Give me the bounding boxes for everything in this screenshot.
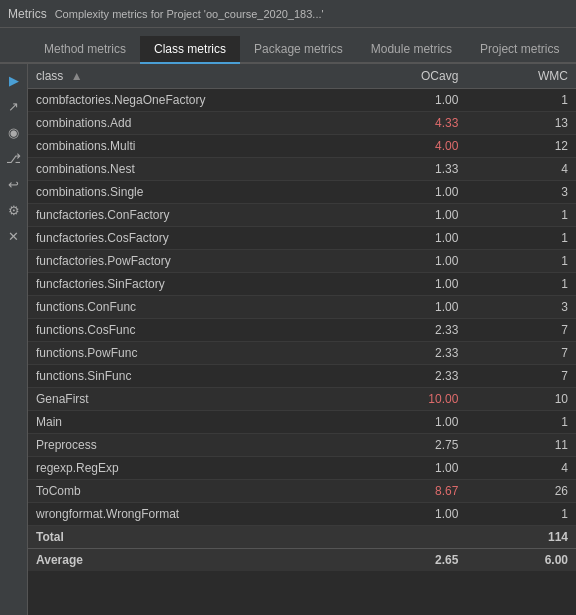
- cell-ocavg: 2.33: [357, 342, 467, 365]
- total-ocavg-cell: [357, 526, 467, 549]
- cell-ocavg: 8.67: [357, 480, 467, 503]
- project-title: Complexity metrics for Project 'oo_cours…: [55, 8, 324, 20]
- cell-class: funcfactories.PowFactory: [28, 250, 357, 273]
- cell-class: funcfactories.ConFactory: [28, 204, 357, 227]
- cell-ocavg: 2.33: [357, 319, 467, 342]
- tab-module[interactable]: Module metrics: [357, 36, 466, 64]
- cell-ocavg: 2.33: [357, 365, 467, 388]
- cell-ocavg: 1.00: [357, 204, 467, 227]
- cell-ocavg: 1.00: [357, 273, 467, 296]
- table-area[interactable]: class ▲ OCavg WMC combfactories.NegaOneF…: [28, 64, 576, 615]
- cell-ocavg: 1.00: [357, 457, 467, 480]
- cell-wmc: 1: [466, 503, 576, 526]
- col-header-wmc[interactable]: WMC: [466, 64, 576, 89]
- col-header-class[interactable]: class ▲: [28, 64, 357, 89]
- cell-wmc: 12: [466, 135, 576, 158]
- cell-class: funcfactories.SinFactory: [28, 273, 357, 296]
- total-wmc: 114: [466, 526, 576, 549]
- cell-ocavg: 2.75: [357, 434, 467, 457]
- table-row: funcfactories.ConFactory1.001: [28, 204, 576, 227]
- cell-ocavg: 10.00: [357, 388, 467, 411]
- cell-class: combinations.Nest: [28, 158, 357, 181]
- cell-wmc: 1: [466, 89, 576, 112]
- cell-ocavg: 4.00: [357, 135, 467, 158]
- table-row: combinations.Nest1.334: [28, 158, 576, 181]
- cell-ocavg: 1.33: [357, 158, 467, 181]
- table-row: funcfactories.SinFactory1.001: [28, 273, 576, 296]
- table-row: regexp.RegExp1.004: [28, 457, 576, 480]
- camera-icon[interactable]: ◉: [4, 122, 24, 142]
- cell-wmc: 13: [466, 112, 576, 135]
- metrics-label: Metrics: [8, 7, 47, 21]
- top-bar: Metrics Complexity metrics for Project '…: [0, 0, 576, 28]
- table-row: functions.CosFunc2.337: [28, 319, 576, 342]
- cell-ocavg: 4.33: [357, 112, 467, 135]
- table-row: Main1.001: [28, 411, 576, 434]
- table-row: combfactories.NegaOneFactory1.001: [28, 89, 576, 112]
- cell-class: combfactories.NegaOneFactory: [28, 89, 357, 112]
- cell-class: functions.CosFunc: [28, 319, 357, 342]
- branch-icon[interactable]: ⎇: [4, 148, 24, 168]
- filter-icon[interactable]: ⚙: [4, 200, 24, 220]
- table-row: combinations.Add4.3313: [28, 112, 576, 135]
- cell-wmc: 4: [466, 457, 576, 480]
- cell-wmc: 3: [466, 296, 576, 319]
- metrics-table: class ▲ OCavg WMC combfactories.NegaOneF…: [28, 64, 576, 571]
- tab-package[interactable]: Package metrics: [240, 36, 357, 64]
- cell-class: Preprocess: [28, 434, 357, 457]
- cell-class: combinations.Add: [28, 112, 357, 135]
- table-row: wrongformat.WrongFormat1.001: [28, 503, 576, 526]
- cell-wmc: 1: [466, 250, 576, 273]
- tab-project[interactable]: Project metrics: [466, 36, 573, 64]
- col-header-ocavg[interactable]: OCavg: [357, 64, 467, 89]
- average-ocavg: 2.65: [357, 549, 467, 572]
- cell-wmc: 1: [466, 227, 576, 250]
- cell-class: functions.PowFunc: [28, 342, 357, 365]
- cell-class: funcfactories.CosFactory: [28, 227, 357, 250]
- table-row: combinations.Multi4.0012: [28, 135, 576, 158]
- play-icon[interactable]: ▶: [4, 70, 24, 90]
- cell-wmc: 3: [466, 181, 576, 204]
- cell-wmc: 26: [466, 480, 576, 503]
- cell-wmc: 7: [466, 342, 576, 365]
- cell-class: ToComb: [28, 480, 357, 503]
- undo-icon[interactable]: ↩: [4, 174, 24, 194]
- cell-class: regexp.RegExp: [28, 457, 357, 480]
- cell-ocavg: 1.00: [357, 89, 467, 112]
- cell-wmc: 1: [466, 411, 576, 434]
- left-toolbar: ▶ ↗ ◉ ⎇ ↩ ⚙ ✕: [0, 64, 28, 615]
- cell-ocavg: 1.00: [357, 296, 467, 319]
- total-label: Total: [28, 526, 357, 549]
- cell-wmc: 7: [466, 365, 576, 388]
- main-layout: ▶ ↗ ◉ ⎇ ↩ ⚙ ✕ class ▲ OCavg WMC combfact…: [0, 64, 576, 615]
- export-icon[interactable]: ↗: [4, 96, 24, 116]
- table-row: Preprocess2.7511: [28, 434, 576, 457]
- cell-wmc: 11: [466, 434, 576, 457]
- cell-ocavg: 1.00: [357, 503, 467, 526]
- tab-class[interactable]: Class metrics: [140, 36, 240, 64]
- table-row: ToComb8.6726: [28, 480, 576, 503]
- table-row: GenaFirst10.0010: [28, 388, 576, 411]
- table-row: functions.PowFunc2.337: [28, 342, 576, 365]
- cell-class: functions.SinFunc: [28, 365, 357, 388]
- cell-wmc: 4: [466, 158, 576, 181]
- average-row: Average 2.65 6.00: [28, 549, 576, 572]
- table-row: funcfactories.PowFactory1.001: [28, 250, 576, 273]
- cell-class: functions.ConFunc: [28, 296, 357, 319]
- cell-ocavg: 1.00: [357, 250, 467, 273]
- cell-ocavg: 1.00: [357, 181, 467, 204]
- cell-class: GenaFirst: [28, 388, 357, 411]
- cell-class: combinations.Multi: [28, 135, 357, 158]
- tabs-row: Method metrics Class metrics Package met…: [0, 28, 576, 64]
- cell-wmc: 7: [466, 319, 576, 342]
- cell-wmc: 10: [466, 388, 576, 411]
- cell-ocavg: 1.00: [357, 411, 467, 434]
- average-label: Average: [28, 549, 357, 572]
- close-icon[interactable]: ✕: [4, 226, 24, 246]
- cell-class: combinations.Single: [28, 181, 357, 204]
- table-row: funcfactories.CosFactory1.001: [28, 227, 576, 250]
- tab-method[interactable]: Method metrics: [30, 36, 140, 64]
- cell-class: Main: [28, 411, 357, 434]
- cell-class: wrongformat.WrongFormat: [28, 503, 357, 526]
- average-wmc: 6.00: [466, 549, 576, 572]
